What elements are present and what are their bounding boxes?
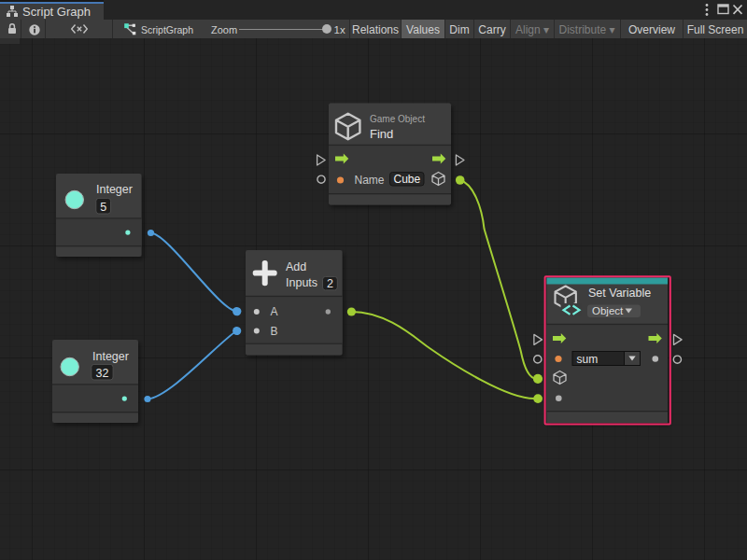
- svg-text:5: 5: [100, 201, 106, 214]
- svg-text:Integer: Integer: [96, 183, 133, 196]
- svg-text:Game Object: Game Object: [370, 114, 425, 124]
- svg-text:sum: sum: [577, 353, 599, 366]
- svg-text:Find: Find: [370, 127, 393, 141]
- svg-text:A: A: [271, 305, 278, 318]
- svg-text:Name: Name: [355, 174, 385, 187]
- svg-text:Add: Add: [286, 260, 306, 273]
- svg-text:Integer: Integer: [92, 350, 129, 363]
- svg-text:2: 2: [327, 277, 333, 290]
- svg-text:B: B: [271, 325, 278, 338]
- svg-text:Cube: Cube: [394, 173, 421, 186]
- svg-text:Inputs: Inputs: [286, 276, 317, 289]
- svg-text:Set Variable: Set Variable: [588, 287, 651, 300]
- svg-text:Object: Object: [592, 305, 624, 316]
- svg-text:32: 32: [95, 367, 108, 380]
